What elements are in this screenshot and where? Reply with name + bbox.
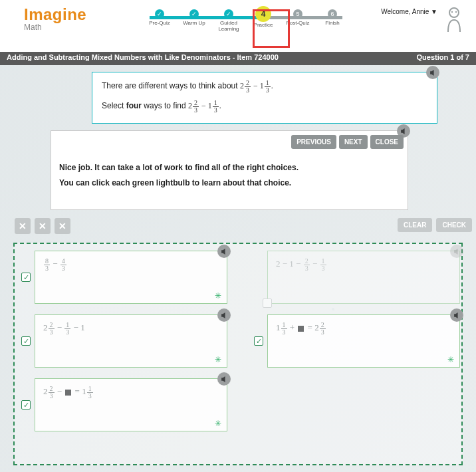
- speaker-icon[interactable]: [450, 245, 463, 258]
- brand-sub: Math: [24, 23, 86, 32]
- step-warmup: ✓Warm Up: [178, 9, 211, 32]
- check-icon: ✓: [189, 9, 199, 19]
- feedback-text: Nice job. It can take a lot of work to f…: [59, 160, 400, 191]
- answer-choice-4[interactable]: 113 + = 223 ✳: [267, 314, 460, 368]
- answer-row: ✓ 223 − 13 − 1 ✳ ✓ 113 + = 223 ✳: [21, 314, 455, 368]
- app-root: Imagine Math ✓Pre-Quiz ✓Warm Up ✓Guided …: [0, 0, 476, 472]
- speaker-icon[interactable]: [217, 245, 231, 258]
- avatar-icon[interactable]: [444, 7, 464, 33]
- strike-row: ✕ ✕ ✕: [15, 218, 70, 234]
- checkbox-empty[interactable]: [263, 298, 272, 308]
- checkbox-checked[interactable]: ✓: [21, 336, 31, 346]
- step-dot: 5: [293, 9, 302, 19]
- feedback-box: PREVIOUS NEXT CLOSE Nice job. It can tak…: [51, 130, 408, 210]
- answer-choice-3[interactable]: 223 − 13 − 1 ✳: [35, 314, 227, 368]
- previous-button[interactable]: PREVIOUS: [291, 135, 336, 149]
- title-bar: Adding and Subtracting Mixed Numbers wit…: [0, 52, 476, 65]
- speaker-icon[interactable]: [217, 372, 231, 386]
- checkbox-checked[interactable]: ✓: [21, 400, 31, 410]
- svg-point-0: [449, 8, 459, 17]
- math-expression: 223 − 113.: [188, 101, 221, 110]
- prompt-line-1: There are different ways to think about …: [102, 79, 427, 94]
- speaker-icon[interactable]: [450, 308, 463, 322]
- welcome-text[interactable]: Welcome, Annie ▼: [381, 8, 437, 15]
- feedback-buttons: PREVIOUS NEXT CLOSE: [291, 135, 404, 149]
- strike-button[interactable]: ✕: [35, 218, 51, 234]
- answer-row: ✓ 83 − 43 ✳ 2 − 1 − 23 − 13: [21, 251, 455, 304]
- math-expression: 2 − 1 − 23 − 13: [276, 259, 327, 269]
- lesson-title: Adding and Subtracting Mixed Numbers wit…: [7, 53, 279, 65]
- choice-wrap: 2 − 1 − 23 − 13: [254, 251, 460, 304]
- lightbulb-icon[interactable]: ✳: [447, 355, 454, 364]
- lightbulb-icon[interactable]: ✳: [215, 355, 221, 364]
- answer-area: ✓ 83 − 43 ✳ 2 − 1 − 23 − 13: [13, 243, 463, 465]
- lightbulb-icon[interactable]: ✳: [215, 419, 221, 428]
- answer-choice-5[interactable]: 223 − = 113 ✳: [35, 378, 227, 431]
- speaker-icon[interactable]: [217, 308, 231, 322]
- next-button[interactable]: NEXT: [339, 135, 368, 149]
- svg-point-1: [451, 11, 453, 13]
- math-expression: 83 − 43: [43, 259, 67, 269]
- math-expression: 113 + = 223: [276, 322, 326, 332]
- math-expression: 223 − 13 − 1: [43, 322, 85, 332]
- math-expression: 223 − 113.: [240, 81, 273, 90]
- step-prequiz: ✓Pre-Quiz: [143, 9, 176, 32]
- checkbox-checked[interactable]: ✓: [254, 336, 263, 346]
- choice-wrap: ✓ 113 + = 223 ✳: [254, 314, 460, 368]
- progress-bar: ✓Pre-Quiz ✓Warm Up ✓Guided Learning 4Pra…: [143, 9, 349, 32]
- choice-wrap: ✓ 223 − = 113 ✳: [21, 378, 227, 431]
- step-guided: ✓Guided Learning: [212, 9, 245, 32]
- content-area: There are different ways to think about …: [0, 65, 476, 472]
- check-icon: ✓: [155, 9, 164, 19]
- choice-wrap: ✓ 223 − 13 − 1 ✳: [21, 314, 227, 368]
- logo: Imagine Math: [24, 5, 86, 32]
- question-counter: Question 1 of 7: [417, 53, 469, 65]
- checkbox-checked[interactable]: ✓: [21, 273, 31, 282]
- prompt-box: There are different ways to think about …: [92, 72, 437, 124]
- answer-choice-1[interactable]: 83 − 43 ✳: [35, 251, 227, 304]
- check-icon: ✓: [224, 9, 233, 19]
- prompt-line-2: Select four ways to find 223 − 113.: [102, 99, 427, 114]
- strike-button[interactable]: ✕: [15, 218, 31, 234]
- strike-button[interactable]: ✕: [55, 218, 70, 234]
- brand-name: Imagine: [24, 5, 86, 24]
- lightbulb-icon[interactable]: ✳: [215, 291, 221, 300]
- svg-point-2: [455, 11, 457, 13]
- progress-steps: ✓Pre-Quiz ✓Warm Up ✓Guided Learning 4Pra…: [143, 9, 349, 32]
- close-button[interactable]: CLOSE: [370, 135, 404, 149]
- header: Imagine Math ✓Pre-Quiz ✓Warm Up ✓Guided …: [0, 0, 476, 52]
- choice-wrap: ✓ 83 − 43 ✳: [21, 251, 227, 304]
- answer-row: ✓ 223 − = 113 ✳: [21, 378, 455, 431]
- action-buttons: CLEAR CHECK: [398, 218, 472, 232]
- check-button[interactable]: CHECK: [436, 218, 472, 232]
- practice-highlight: [253, 9, 290, 48]
- answer-choice-2[interactable]: 2 − 1 − 23 − 13: [267, 251, 460, 304]
- math-expression: 223 − = 113: [43, 386, 94, 396]
- step-finish: 6Finish: [316, 9, 349, 32]
- clear-button[interactable]: CLEAR: [398, 218, 432, 232]
- speaker-icon[interactable]: [426, 66, 439, 79]
- step-dot: 6: [328, 9, 337, 19]
